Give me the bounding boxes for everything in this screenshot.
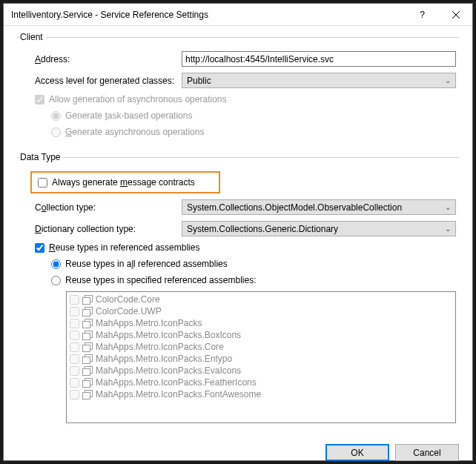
dict-label: Dictionary collection type: <box>20 224 182 234</box>
chevron-down-icon: ⌄ <box>445 203 451 211</box>
collection-label: Collection type: <box>20 202 182 213</box>
assembly-checkbox <box>70 366 79 376</box>
reuse-all-label: Reuse types in all referenced assemblies <box>65 259 228 269</box>
assembly-icon <box>82 319 93 328</box>
always-message-highlight: Always generate message contracts <box>30 171 220 193</box>
assembly-item[interactable]: ColorCode.UWP <box>68 305 454 317</box>
assembly-icon <box>82 390 93 399</box>
assembly-icon <box>82 354 93 363</box>
assembly-checkbox <box>70 331 79 340</box>
collection-combo[interactable]: System.Collections.ObjectModel.Observabl… <box>182 199 456 215</box>
access-level-label: Access level for generated classes: <box>20 76 182 86</box>
assembly-item[interactable]: ColorCode.Core <box>68 294 454 305</box>
close-icon <box>452 11 460 19</box>
always-message-label: Always generate message contracts <box>52 177 195 188</box>
assembly-item[interactable]: MahApps.Metro.IconPacks.BoxIcons <box>68 329 454 341</box>
reuse-all-radio[interactable] <box>51 259 61 269</box>
gen-async-radio <box>51 127 61 137</box>
ok-button[interactable]: OK <box>325 444 389 461</box>
assembly-name: MahApps.Metro.IconPacks.EvaIcons <box>96 365 241 376</box>
dict-combo[interactable]: System.Collections.Generic.Dictionary ⌄ <box>182 221 456 236</box>
client-group: Client Address: Access level for generat… <box>17 32 459 146</box>
gen-task-radio <box>51 111 61 121</box>
assembly-name: ColorCode.Core <box>96 294 160 305</box>
assembly-icon <box>82 366 93 375</box>
assembly-icon <box>82 331 93 339</box>
datatype-legend: Data Type <box>20 152 63 162</box>
assembly-item[interactable]: MahApps.Metro.IconPacks.Core <box>68 341 454 353</box>
help-button[interactable]: ? <box>406 4 439 26</box>
chevron-down-icon: ⌄ <box>445 225 451 233</box>
dialog-content: Client Address: Access level for generat… <box>4 26 472 437</box>
assembly-checkbox <box>70 342 79 352</box>
assembly-item[interactable]: MahApps.Metro.IconPacks.EvaIcons <box>68 365 454 377</box>
dialog-window: Intelliventory.Service - Service Referen… <box>3 3 473 461</box>
assembly-item[interactable]: MahApps.Metro.IconPacks.FontAwesome <box>68 388 454 400</box>
assembly-name: MahApps.Metro.IconPacks <box>96 318 202 328</box>
reuse-spec-radio[interactable] <box>51 276 61 285</box>
reuse-checkbox[interactable] <box>35 243 44 253</box>
assembly-name: MahApps.Metro.IconPacks.FontAwesome <box>96 389 261 400</box>
access-level-value: Public <box>187 76 211 86</box>
close-button[interactable] <box>439 4 472 26</box>
assembly-checkbox <box>70 295 79 305</box>
allow-async-label: Allow generation of asynchronous operati… <box>49 94 226 105</box>
assembly-checkbox <box>70 319 79 328</box>
dict-value: System.Collections.Generic.Dictionary <box>187 224 338 234</box>
assembly-icon <box>82 342 93 351</box>
window-title: Intelliventory.Service - Service Referen… <box>11 10 406 20</box>
assembly-name: ColorCode.UWP <box>96 306 162 316</box>
assembly-item[interactable]: MahApps.Metro.IconPacks <box>68 317 454 329</box>
assembly-list[interactable]: ColorCode.CoreColorCode.UWPMahApps.Metro… <box>66 291 456 423</box>
assembly-name: MahApps.Metro.IconPacks.FeatherIcons <box>96 377 257 388</box>
assembly-name: MahApps.Metro.IconPacks.Core <box>96 342 224 352</box>
assembly-icon <box>82 378 93 387</box>
assembly-checkbox <box>70 354 79 364</box>
titlebar: Intelliventory.Service - Service Referen… <box>4 4 472 26</box>
assembly-name: MahApps.Metro.IconPacks.Entypo <box>96 354 232 364</box>
datatype-group: Data Type Always generate message contra… <box>17 152 459 426</box>
assembly-item[interactable]: MahApps.Metro.IconPacks.FeatherIcons <box>68 377 454 388</box>
assembly-checkbox <box>70 390 79 400</box>
assembly-checkbox <box>70 307 79 316</box>
allow-async-checkbox <box>35 95 44 105</box>
address-input[interactable] <box>182 51 456 67</box>
collection-value: System.Collections.ObjectModel.Observabl… <box>187 202 402 213</box>
chevron-down-icon: ⌄ <box>445 76 451 84</box>
dialog-footer: OK Cancel <box>4 437 472 464</box>
assembly-checkbox <box>70 378 79 388</box>
gen-task-label: Generate task-based operations <box>65 110 192 121</box>
cancel-button[interactable]: Cancel <box>395 444 459 461</box>
address-label: Address: <box>20 54 182 64</box>
access-level-combo[interactable]: Public ⌄ <box>182 73 456 88</box>
assembly-name: MahApps.Metro.IconPacks.BoxIcons <box>96 330 241 340</box>
assembly-item[interactable]: MahApps.Metro.IconPacks.Entypo <box>68 353 454 365</box>
assembly-icon <box>82 307 93 316</box>
client-legend: Client <box>20 32 46 42</box>
gen-async-label: Generate asynchronous operations <box>65 127 204 137</box>
always-message-checkbox[interactable] <box>38 178 47 188</box>
reuse-spec-label: Reuse types in specified referenced asse… <box>65 275 256 285</box>
reuse-label: Reuse types in referenced assemblies <box>49 242 199 253</box>
assembly-icon <box>82 295 93 304</box>
